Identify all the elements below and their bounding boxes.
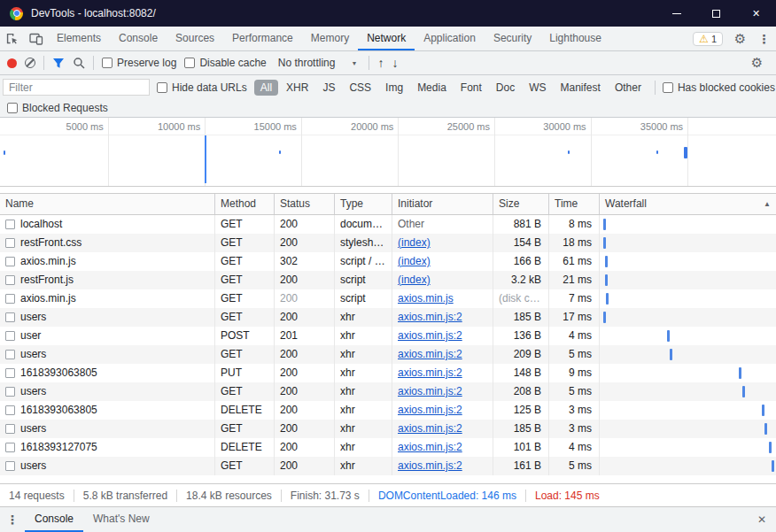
- request-name: users: [20, 308, 46, 327]
- drawer-tab-what-s-new[interactable]: What's New: [83, 507, 159, 532]
- summary-item-load: Load: 145 ms: [526, 490, 609, 502]
- method-cell: GET: [215, 420, 275, 438]
- request-row[interactable]: restFront.cssGET200stylesheet(index)154 …: [0, 234, 776, 252]
- drawer-tab-console[interactable]: Console: [25, 507, 83, 532]
- waterfall-bar: [667, 330, 670, 342]
- tab-network[interactable]: Network: [358, 27, 415, 50]
- method-cell: GET: [215, 215, 275, 234]
- preserve-log-checkbox[interactable]: Preserve log: [102, 57, 176, 69]
- initiator-link[interactable]: (index): [398, 274, 431, 286]
- tab-sources[interactable]: Sources: [167, 27, 223, 50]
- initiator-link[interactable]: axios.min.js:2: [398, 348, 462, 360]
- request-row[interactable]: usersGET200xhraxios.min.js:2208 B5 ms: [0, 382, 776, 401]
- request-row[interactable]: usersGET200xhraxios.min.js:2185 B17 ms: [0, 308, 776, 327]
- filter-toggle-button[interactable]: [52, 58, 65, 69]
- tab-elements[interactable]: Elements: [48, 27, 110, 50]
- request-row[interactable]: 1618393063805PUT200xhraxios.min.js:2148 …: [0, 364, 776, 382]
- request-row[interactable]: usersGET200xhraxios.min.js:2161 B5 ms: [0, 457, 776, 475]
- initiator-link[interactable]: axios.min.js:2: [398, 311, 462, 323]
- overview-time-label: 30000 ms: [543, 121, 590, 132]
- filter-pill-doc[interactable]: Doc: [490, 80, 521, 96]
- initiator-link[interactable]: axios.min.js: [398, 292, 454, 305]
- request-row[interactable]: restFront.jsGET200script(index)3.2 kB21 …: [0, 271, 776, 289]
- request-name: 1618393127075: [20, 438, 97, 457]
- clear-network-log-button[interactable]: [25, 58, 35, 68]
- import-har-button[interactable]: ↑: [377, 57, 384, 70]
- toolbar-divider: [43, 56, 44, 70]
- filter-pill-media[interactable]: Media: [411, 80, 453, 96]
- method-cell: DELETE: [215, 401, 275, 420]
- device-toolbar-button[interactable]: [24, 27, 48, 50]
- column-header-size[interactable]: Size: [493, 194, 549, 214]
- filter-input[interactable]: [3, 79, 150, 96]
- overview-time-label: 35000 ms: [640, 121, 687, 132]
- waterfall-bar: [762, 405, 764, 416]
- initiator-link[interactable]: axios.min.js:2: [398, 404, 462, 416]
- initiator-link[interactable]: axios.min.js:2: [398, 366, 462, 379]
- drawer-close-button[interactable]: ✕: [748, 507, 776, 532]
- name-cell: users: [0, 308, 215, 327]
- tab-application[interactable]: Application: [415, 27, 485, 50]
- filter-pill-ws[interactable]: WS: [523, 80, 552, 96]
- column-header-waterfall[interactable]: Waterfall▲: [600, 194, 776, 214]
- summary-item-domcontentloaded: DOMContentLoaded: 146 ms: [369, 490, 525, 502]
- initiator-link[interactable]: (index): [398, 255, 431, 267]
- initiator-link[interactable]: (index): [398, 236, 431, 249]
- network-settings-button[interactable]: ⚙: [745, 55, 769, 71]
- minimize-button[interactable]: [656, 0, 696, 27]
- network-toolbar: Preserve log Disable cache No throttling…: [0, 51, 776, 75]
- close-button[interactable]: ✕: [736, 0, 776, 27]
- tab-security[interactable]: Security: [485, 27, 540, 50]
- time-cell: 8 ms: [549, 215, 600, 234]
- more-options-button[interactable]: ⋮: [752, 27, 776, 50]
- disable-cache-checkbox[interactable]: Disable cache: [184, 57, 266, 69]
- export-har-button[interactable]: ↓: [392, 57, 398, 70]
- record-network-log-button[interactable]: [7, 58, 17, 68]
- initiator-link[interactable]: axios.min.js:2: [398, 385, 462, 397]
- filter-pill-css[interactable]: CSS: [343, 80, 377, 96]
- blocked-requests-checkbox[interactable]: Blocked Requests: [7, 102, 108, 114]
- filter-pill-all[interactable]: All: [254, 80, 278, 96]
- filter-pill-js[interactable]: JS: [316, 80, 341, 96]
- filter-pill-other[interactable]: Other: [609, 80, 648, 96]
- tab-console[interactable]: Console: [110, 27, 167, 50]
- file-icon: [5, 461, 15, 471]
- request-row[interactable]: axios.min.jsGET200scriptaxios.min.js(dis…: [0, 289, 776, 308]
- maximize-button[interactable]: [696, 0, 736, 27]
- request-row[interactable]: axios.min.jsGET302script / R...(index)16…: [0, 252, 776, 271]
- initiator-link[interactable]: axios.min.js:2: [398, 329, 462, 342]
- request-row[interactable]: usersGET200xhraxios.min.js:2209 B5 ms: [0, 345, 776, 364]
- column-header-method[interactable]: Method: [215, 194, 275, 214]
- request-row[interactable]: userPOST201xhraxios.min.js:2136 B4 ms: [0, 327, 776, 345]
- has-blocked-cookies-checkbox[interactable]: Has blocked cookies: [663, 81, 775, 94]
- request-row[interactable]: localhostGET200documentOther881 B8 ms: [0, 215, 776, 234]
- column-header-status[interactable]: Status: [275, 194, 335, 214]
- tab-memory[interactable]: Memory: [302, 27, 358, 50]
- column-header-initiator[interactable]: Initiator: [392, 194, 493, 214]
- column-header-type[interactable]: Type: [335, 194, 392, 214]
- overview-band[interactable]: 5000 ms10000 ms15000 ms20000 ms25000 ms3…: [0, 118, 776, 187]
- initiator-cell: axios.min.js:2: [392, 308, 493, 327]
- drawer-more-button[interactable]: ⋮: [0, 507, 25, 532]
- inspect-element-button[interactable]: [0, 27, 24, 50]
- tab-performance[interactable]: Performance: [223, 27, 302, 50]
- filter-pill-xhr[interactable]: XHR: [280, 80, 314, 96]
- initiator-link[interactable]: axios.min.js:2: [398, 441, 462, 453]
- throttling-dropdown[interactable]: No throttling ▼: [275, 57, 361, 69]
- request-row[interactable]: usersGET200xhraxios.min.js:2185 B3 ms: [0, 420, 776, 438]
- initiator-link[interactable]: axios.min.js:2: [398, 422, 462, 435]
- filter-pill-img[interactable]: Img: [379, 80, 409, 96]
- hide-data-urls-checkbox[interactable]: Hide data URLs: [157, 81, 247, 94]
- tab-lighthouse[interactable]: Lighthouse: [540, 27, 610, 50]
- column-header-time[interactable]: Time: [549, 194, 600, 214]
- filter-pill-font[interactable]: Font: [454, 80, 488, 96]
- issues-badge[interactable]: ⚠ 1: [693, 32, 723, 46]
- request-row[interactable]: 1618393063805DELETE200xhraxios.min.js:21…: [0, 401, 776, 420]
- column-header-name[interactable]: Name: [0, 194, 215, 214]
- initiator-link[interactable]: axios.min.js:2: [398, 459, 462, 472]
- request-row[interactable]: 1618393127075DELETE200xhraxios.min.js:21…: [0, 438, 776, 457]
- size-cell: (disk cac...: [493, 289, 549, 308]
- search-button[interactable]: [73, 57, 85, 69]
- filter-pill-manifest[interactable]: Manifest: [555, 80, 607, 96]
- settings-button[interactable]: ⚙: [728, 27, 752, 50]
